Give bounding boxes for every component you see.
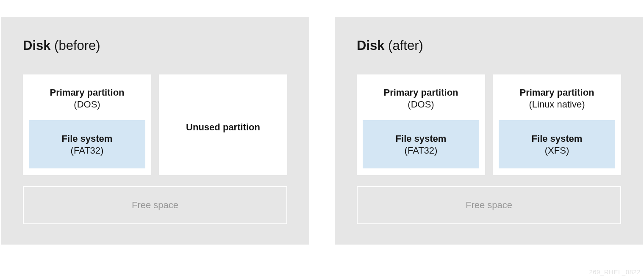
after-partition-row: Primary partition (DOS) File system (FAT… — [357, 74, 621, 175]
disk-before-title: Disk (before) — [23, 38, 287, 53]
disk-after-panel: Disk (after) Primary partition (DOS) Fil… — [335, 17, 643, 245]
after-fs-2-label: File system — [503, 132, 611, 145]
before-fs-1: File system (FAT32) — [29, 120, 145, 168]
disk-before-panel: Disk (before) Primary partition (DOS) Fi… — [1, 17, 309, 245]
before-free-space: Free space — [23, 186, 287, 224]
after-fs-1: File system (FAT32) — [363, 120, 479, 168]
before-partition-2: Unused partition — [159, 74, 287, 175]
after-partition-2-sub: (Linux native) — [529, 99, 585, 110]
before-partition-row: Primary partition (DOS) File system (FAT… — [23, 74, 287, 175]
after-partition-2: Primary partition (Linux native) File sy… — [493, 74, 621, 175]
before-partition-1-label: Primary partition — [50, 86, 124, 99]
after-partition-1: Primary partition (DOS) File system (FAT… — [357, 74, 485, 175]
after-fs-2: File system (XFS) — [499, 120, 615, 168]
disk-before-title-rest: (before) — [50, 38, 100, 53]
after-fs-2-sub: (XFS) — [503, 145, 611, 156]
watermark: 269_RHEL_0822 — [589, 268, 641, 275]
after-partition-2-label: Primary partition — [519, 86, 594, 99]
after-free-space: Free space — [357, 186, 621, 224]
before-partition-2-label: Unused partition — [186, 122, 260, 133]
diagram-container: Disk (before) Primary partition (DOS) Fi… — [0, 0, 644, 245]
disk-after-title-bold: Disk — [357, 38, 384, 53]
before-fs-1-label: File system — [33, 132, 141, 145]
after-partition-1-label: Primary partition — [383, 86, 458, 99]
after-fs-1-label: File system — [367, 132, 475, 145]
after-partition-1-sub: (DOS) — [408, 99, 434, 110]
after-fs-1-sub: (FAT32) — [367, 145, 475, 156]
before-partition-1-sub: (DOS) — [74, 99, 100, 110]
disk-before-title-bold: Disk — [23, 38, 50, 53]
before-partition-1: Primary partition (DOS) File system (FAT… — [23, 74, 151, 175]
disk-after-title: Disk (after) — [357, 38, 621, 53]
before-fs-1-sub: (FAT32) — [33, 145, 141, 156]
disk-after-title-rest: (after) — [384, 38, 423, 53]
